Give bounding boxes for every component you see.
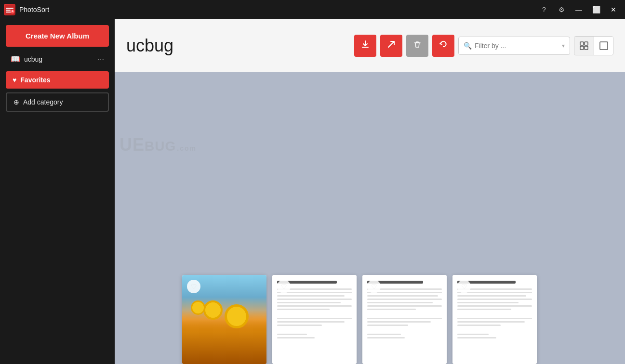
- toolbar-actions: 🔍 ▾: [354, 35, 613, 57]
- favorites-button[interactable]: ♥ Favorites: [6, 71, 109, 89]
- watermark: UEBUG .com: [120, 135, 197, 155]
- svg-rect-2: [6, 10, 11, 11]
- page-title: ucbug: [126, 36, 173, 56]
- sidebar: Create New Album 📖 ucbug ··· ♥ Favorites…: [0, 19, 115, 364]
- album-item-left: 📖 ucbug: [11, 54, 42, 64]
- favorite-heart-2[interactable]: ♡: [277, 280, 291, 293]
- single-view-button[interactable]: [594, 37, 613, 55]
- titlebar: PhotoSort ? ⚙ — ⬜ ✕: [0, 0, 625, 19]
- toolbar: ucbug: [115, 19, 625, 72]
- undo-icon: [438, 39, 449, 52]
- filter-chevron-icon: ▾: [562, 42, 565, 49]
- titlebar-left: PhotoSort: [4, 4, 49, 15]
- album-name: ucbug: [24, 55, 42, 63]
- svg-rect-8: [438, 39, 449, 50]
- app-icon: [4, 4, 15, 15]
- photo-card-4[interactable]: ♡: [452, 275, 537, 364]
- undo-button[interactable]: [432, 35, 454, 57]
- main-layout: Create New Album 📖 ucbug ··· ♥ Favorites…: [0, 19, 625, 364]
- svg-rect-11: [580, 46, 584, 50]
- minimize-button[interactable]: —: [571, 3, 586, 16]
- album-more-button[interactable]: ···: [98, 55, 104, 64]
- share-button[interactable]: [380, 35, 402, 57]
- app-title: PhotoSort: [19, 6, 49, 13]
- svg-rect-7: [412, 39, 423, 50]
- download-button[interactable]: [354, 35, 376, 57]
- create-new-album-button[interactable]: Create New Album: [6, 25, 109, 47]
- help-button[interactable]: ?: [536, 3, 552, 16]
- trash-icon: [412, 39, 423, 52]
- photo-card-1[interactable]: ♡: [182, 275, 266, 364]
- album-item-ucbug[interactable]: 📖 ucbug ···: [6, 51, 109, 67]
- heart-icon: ♥: [13, 76, 16, 84]
- photo-card-3[interactable]: ♡: [362, 275, 447, 364]
- svg-rect-13: [600, 42, 608, 50]
- favorite-heart-3[interactable]: ♡: [367, 280, 381, 293]
- svg-rect-1: [6, 8, 13, 9]
- svg-rect-9: [580, 42, 584, 45]
- titlebar-controls: ? ⚙ — ⬜ ✕: [536, 3, 621, 16]
- delete-button[interactable]: [406, 35, 428, 57]
- album-icon: 📖: [11, 54, 20, 64]
- download-icon: [360, 39, 371, 52]
- favorite-heart-4[interactable]: ♡: [457, 280, 471, 293]
- plus-icon: ⊕: [13, 98, 19, 106]
- svg-rect-10: [585, 42, 588, 45]
- grid-view-button[interactable]: [574, 37, 594, 55]
- settings-button[interactable]: ⚙: [554, 3, 569, 16]
- close-button[interactable]: ✕: [606, 3, 621, 16]
- photo-card-2[interactable]: ♡: [272, 275, 357, 364]
- filter-icon: 🔍: [464, 42, 472, 50]
- share-icon: [386, 39, 397, 52]
- maximize-button[interactable]: ⬜: [588, 3, 604, 16]
- svg-rect-12: [585, 46, 588, 50]
- filter-input[interactable]: [475, 42, 559, 50]
- filter-container: 🔍 ▾: [458, 37, 570, 55]
- favorite-heart-1[interactable]: ♡: [187, 280, 200, 293]
- add-category-button[interactable]: ⊕ Add category: [6, 92, 109, 112]
- photos-row: ♡ ♡: [115, 275, 625, 364]
- add-category-label: Add category: [23, 98, 63, 106]
- photo-area: UEBUG .com ♡: [115, 72, 625, 364]
- content-area: ucbug: [115, 19, 625, 364]
- favorites-label: Favorites: [20, 76, 50, 84]
- view-toggle: [574, 36, 613, 55]
